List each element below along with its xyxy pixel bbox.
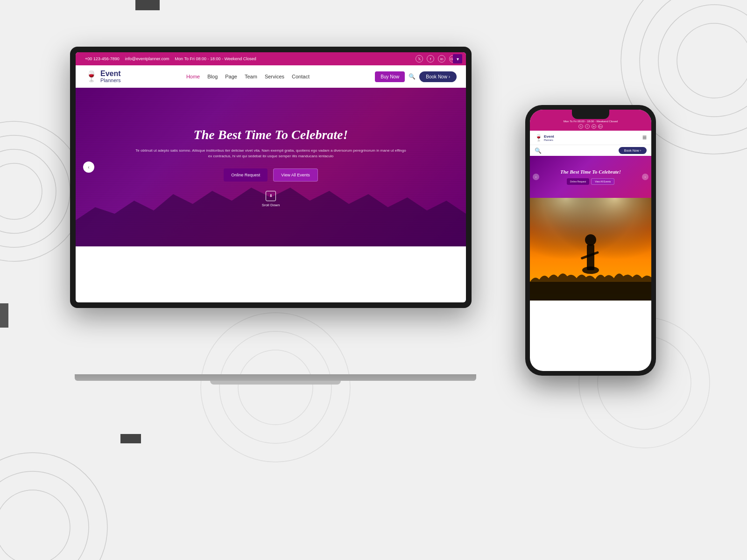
- hero-subtitle: Te obtinuit ut adepto satis somno. Aliis…: [135, 148, 406, 159]
- phone-view-events-button[interactable]: View All Events: [591, 178, 614, 185]
- topbar-email: info@eventplanner.com: [125, 56, 169, 61]
- svg-point-8: [0, 490, 70, 560]
- view-events-button[interactable]: View All Events: [273, 168, 317, 182]
- phone-hero: ‹ › The Best Time To Celebrate! Online R…: [530, 156, 651, 198]
- topbar-left: +00 123-456-7890 info@eventplanner.com M…: [85, 56, 256, 61]
- nav-team[interactable]: Team: [245, 74, 257, 79]
- svg-point-2: [0, 135, 70, 247]
- phone-logo-text: Event Planners: [544, 134, 554, 141]
- phone-hero-title: The Best Time To Celebrate!: [560, 169, 621, 175]
- site-logo: 🍷 Event Planners: [85, 70, 121, 83]
- nav-blog[interactable]: Blog: [207, 74, 218, 79]
- nav-contact[interactable]: Contact: [292, 74, 310, 79]
- laptop-hero: ‹ The Best Time To Celebrate! Te obtinui…: [76, 88, 466, 246]
- phone-search-icon[interactable]: 🔍: [535, 147, 542, 154]
- book-now-button[interactable]: Book Now ›: [419, 71, 457, 82]
- laptop-stand: [210, 381, 341, 385]
- deco-square-left: [0, 303, 8, 328]
- deco-square-bottom: [120, 434, 141, 443]
- linkedin-icon[interactable]: in: [438, 55, 445, 63]
- laptop-base-strip: [75, 374, 476, 381]
- nav-page[interactable]: Page: [225, 74, 237, 79]
- phone-prev-arrow[interactable]: ‹: [533, 174, 539, 180]
- laptop-base-area: [75, 374, 476, 383]
- navbar-actions: Buy Now 🔍 Book Now ›: [375, 71, 457, 82]
- phone-logo-event: Event: [544, 134, 554, 139]
- scroll-text: Sroll Down: [262, 203, 280, 207]
- phone-twitter-icon[interactable]: 𝕏: [578, 124, 583, 129]
- phone-hours: Mon To Fri 08:00 - 18:00 - Weekend Close…: [534, 120, 648, 123]
- phone-social-row: 𝕏 f in G+: [534, 124, 648, 129]
- main-container: +00 123-456-7890 info@eventplanner.com M…: [0, 0, 747, 560]
- hero-buttons: Online Request View All Events: [224, 168, 317, 182]
- search-icon[interactable]: 🔍: [409, 73, 416, 80]
- hero-prev-arrow[interactable]: ‹: [83, 161, 94, 173]
- phone-concert-image: [530, 198, 651, 301]
- topbar-phone: +00 123-456-7890: [85, 56, 120, 61]
- phone-gplus-icon[interactable]: G+: [598, 124, 603, 129]
- phone-logo-icon: 🍷: [535, 134, 543, 141]
- phone-linkedin-icon[interactable]: in: [592, 124, 596, 129]
- svg-point-10: [0, 453, 107, 560]
- svg-rect-19: [587, 245, 594, 270]
- phone-logo-planners: Planners: [544, 139, 554, 141]
- phone-body: info@eventplanner.com Mon To Fri 08:00 -…: [525, 105, 656, 376]
- phone-screen: info@eventplanner.com Mon To Fri 08:00 -…: [530, 110, 651, 371]
- topbar-dropdown[interactable]: ▾: [453, 54, 462, 63]
- laptop-topbar: +00 123-456-7890 info@eventplanner.com M…: [76, 52, 466, 65]
- phone-book-now-button[interactable]: Book Now ›: [619, 147, 647, 154]
- phone-navbar: 🍷 Event Planners ≡: [530, 131, 651, 145]
- nav-home[interactable]: Home: [186, 74, 200, 79]
- svg-point-9: [0, 471, 89, 560]
- phone-next-arrow[interactable]: ›: [642, 174, 648, 180]
- concert-lights-svg: [530, 198, 651, 301]
- facebook-icon[interactable]: f: [427, 55, 434, 63]
- scroll-box-icon: ⬇: [266, 191, 276, 201]
- svg-point-4: [677, 23, 747, 98]
- scroll-down[interactable]: ⬇ Sroll Down: [262, 191, 280, 207]
- logo-icon: 🍷: [85, 70, 98, 83]
- twitter-icon[interactable]: 𝕏: [416, 55, 423, 63]
- topbar-hours: Mon To Fri 08:00 - 18:00 - Weekend Close…: [175, 56, 256, 61]
- nav-links: Home Blog Page Team Services Contact: [186, 74, 310, 79]
- nav-services[interactable]: Services: [265, 74, 284, 79]
- phone-hero-buttons: Online Request View All Events: [567, 178, 615, 185]
- topbar-right: 𝕏 f in G+: [416, 55, 457, 63]
- phone-logo: 🍷 Event Planners: [535, 134, 554, 141]
- phone-mockup: info@eventplanner.com Mon To Fri 08:00 -…: [525, 105, 656, 376]
- hero-title: The Best Time To Celebrate!: [194, 127, 348, 142]
- svg-point-1: [0, 149, 56, 233]
- laptop-body: +00 123-456-7890 info@eventplanner.com M…: [70, 47, 472, 308]
- phone-search-book: 🔍 Book Now ›: [530, 145, 651, 156]
- svg-point-0: [0, 163, 42, 219]
- laptop-screen: +00 123-456-7890 info@eventplanner.com M…: [76, 52, 466, 302]
- svg-point-5: [658, 5, 747, 117]
- laptop-mockup: +00 123-456-7890 info@eventplanner.com M…: [70, 47, 481, 383]
- svg-point-20: [585, 234, 596, 245]
- buy-now-button[interactable]: Buy Now: [375, 71, 405, 82]
- phone-notch: [572, 110, 609, 119]
- phone-online-request-button[interactable]: Online Request: [567, 178, 589, 185]
- hamburger-icon[interactable]: ≡: [642, 133, 647, 142]
- phone-facebook-icon[interactable]: f: [585, 124, 590, 129]
- deco-square-top: [135, 0, 160, 10]
- logo-text: Event Planners: [100, 70, 121, 83]
- online-request-button[interactable]: Online Request: [224, 168, 268, 182]
- laptop-navbar: 🍷 Event Planners Home Blog Page Team Ser…: [76, 65, 466, 88]
